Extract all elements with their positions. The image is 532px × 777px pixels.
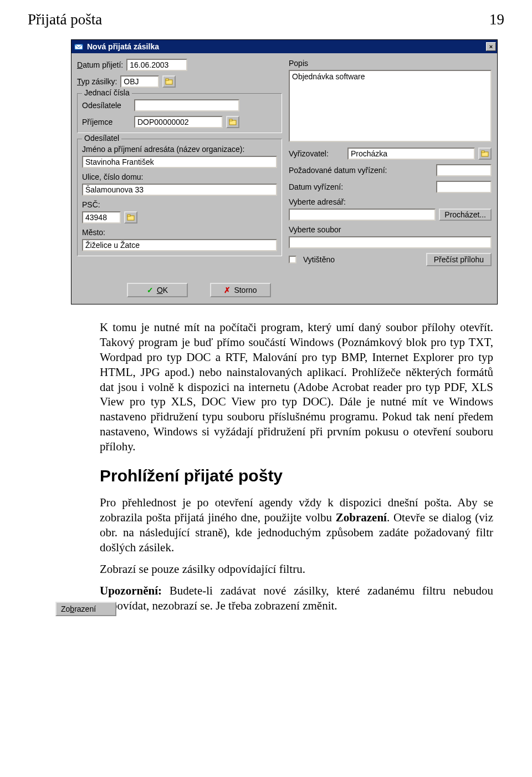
- browse-button[interactable]: Procházet...: [439, 209, 492, 221]
- mail-icon: [74, 42, 84, 52]
- odesilatele-label: Odesílatele: [82, 101, 131, 110]
- svg-rect-8: [482, 151, 484, 153]
- paragraph-3: Zobrazí se pouze zásilky odpovídající fi…: [100, 562, 493, 577]
- jednaci-legend: Jednací čísla: [82, 88, 132, 97]
- close-icon: ×: [489, 43, 493, 50]
- jmeno-field[interactable]: Stavinoha František: [82, 156, 277, 168]
- zobrazeni-button[interactable]: Zobrazení: [55, 602, 116, 616]
- check-icon: ✓: [147, 286, 154, 294]
- psc-field[interactable]: 43948: [82, 211, 121, 224]
- psc-lookup-button[interactable]: [124, 211, 137, 224]
- dialog-footer: ✓ OK ✗ Storno: [71, 277, 497, 304]
- left-column: Datum přijetí: 16.06.2003 Typ zásilky: O…: [77, 59, 282, 271]
- page-header: Přijatá pošta 19: [28, 11, 504, 28]
- vytisteno-label: Vytištěno: [303, 255, 335, 264]
- dialog-window: Nová přijatá zásilka × Datum přijetí: 16…: [71, 39, 498, 304]
- cross-icon: ✗: [224, 286, 231, 294]
- ok-button[interactable]: ✓ OK: [127, 283, 188, 297]
- folder-icon: [165, 78, 173, 85]
- dialog-body: Datum přijetí: 16.06.2003 Typ zásilky: O…: [71, 53, 497, 277]
- adresar-field[interactable]: [289, 209, 436, 221]
- vytisteno-checkbox[interactable]: [289, 256, 296, 263]
- odesilatel-groupbox: Odesílatel Jméno a příjmení adresáta (ná…: [77, 139, 282, 256]
- mesto-field[interactable]: Žiželice u Žatce: [82, 239, 277, 251]
- date-label: Datum přijetí:: [77, 60, 123, 69]
- close-button[interactable]: ×: [486, 42, 496, 51]
- soubor-field[interactable]: [289, 236, 492, 248]
- vyrizovatel-lookup-button[interactable]: [478, 148, 492, 160]
- date-field[interactable]: 16.06.2003: [126, 59, 187, 71]
- read-attachment-button[interactable]: Přečíst přílohu: [426, 253, 492, 266]
- folder-icon: [481, 150, 489, 158]
- dialog-title: Nová přijatá zásilka: [87, 42, 486, 51]
- paragraph-1: K tomu je nutné mít na počítači program,…: [100, 320, 493, 454]
- svg-rect-4: [229, 119, 232, 121]
- ulice-field[interactable]: Šalamounova 33: [82, 184, 277, 196]
- psc-label: PSČ:: [82, 200, 277, 209]
- jmeno-label: Jméno a příjmení adresáta (název organiz…: [82, 145, 277, 154]
- odesilatele-field[interactable]: [134, 99, 239, 111]
- adresar-label: Vyberte adresář:: [289, 197, 492, 206]
- soubor-label: Vyberte soubor: [289, 225, 492, 234]
- vyrizovatel-label: Vyřizovatel:: [289, 149, 344, 158]
- pozadovane-field[interactable]: [436, 164, 492, 176]
- datumvyrizeni-label: Datum vyřízení:: [289, 182, 343, 191]
- paragraph-4: Upozornění: Budete-li zadávat nové zásil…: [100, 583, 493, 613]
- prijemce-field[interactable]: DOP00000002: [134, 116, 223, 128]
- type-lookup-button[interactable]: [162, 75, 176, 88]
- popis-label: Popis: [289, 59, 492, 68]
- right-column: Popis Objednávka software Vyřizovatel: P…: [289, 59, 492, 271]
- type-label: Typ zásilky:: [77, 77, 117, 86]
- svg-rect-6: [127, 215, 130, 216]
- cancel-button[interactable]: ✗ Storno: [210, 283, 271, 297]
- mesto-label: Město:: [82, 228, 277, 237]
- vyrizovatel-field[interactable]: Procházka: [347, 148, 475, 160]
- prijemce-label: Příjemce: [82, 118, 131, 126]
- page-number: 19: [489, 11, 504, 28]
- svg-rect-2: [166, 79, 168, 80]
- article-body: K tomu je nutné mít na počítači program,…: [100, 320, 493, 613]
- type-field[interactable]: OBJ: [120, 75, 159, 88]
- titlebar: Nová přijatá zásilka ×: [71, 40, 497, 53]
- jednaci-groupbox: Jednací čísla Odesílatele Příjemce DOP00…: [77, 93, 282, 133]
- odesilatel-legend: Odesílatel: [82, 134, 121, 143]
- datumvyrizeni-field[interactable]: [436, 181, 492, 193]
- pozadovane-label: Požadované datum vyřízení:: [289, 166, 387, 175]
- section-heading: Prohlížení přijaté pošty: [100, 465, 493, 486]
- page-title: Přijatá pošta: [28, 11, 102, 28]
- folder-icon: [127, 214, 135, 221]
- popis-textarea[interactable]: Objednávka software: [289, 70, 492, 142]
- ulice-label: Ulice, číslo domu:: [82, 172, 277, 181]
- paragraph-2: Pro přehlednost je po otevření agendy vž…: [100, 495, 493, 555]
- folder-icon: [229, 118, 237, 126]
- prijemce-lookup-button[interactable]: [226, 116, 239, 128]
